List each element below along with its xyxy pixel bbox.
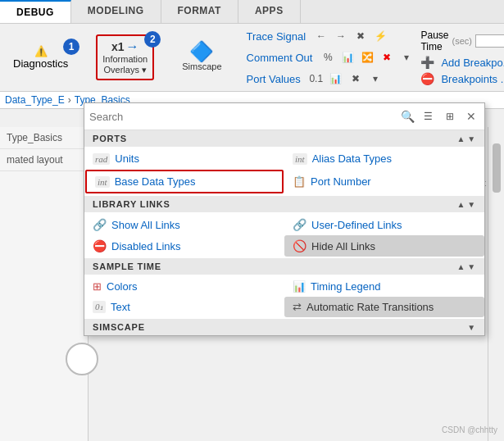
link-icon-disabled: ⛔ <box>93 239 107 252</box>
port-values-link[interactable]: Port Values <box>247 73 301 85</box>
simscape-group: 🔷 Simscape <box>174 37 229 77</box>
link-icon-1: 🔗 <box>93 218 107 231</box>
text-item[interactable]: 0₁ Text <box>84 297 284 317</box>
port-icon1[interactable]: 0.1 <box>307 70 325 88</box>
watermark: CSDN @chhtty <box>442 425 497 434</box>
ports-up-arrow[interactable]: ▲ <box>457 134 466 143</box>
units-item[interactable]: rad Units <box>84 148 284 169</box>
simscape-dropdown-label: SIMSCAPE <box>93 322 145 332</box>
left-sidebar: Type_Basics mated layout <box>0 127 89 441</box>
simscape-section-header: SIMSCAPE ▼ <box>84 319 484 335</box>
user-defined-links-label[interactable]: User-Defined Links <box>311 219 402 231</box>
comment-icon4[interactable]: ✖ <box>378 48 396 66</box>
timing-legend-item[interactable]: 📊 Timing Legend <box>284 276 484 297</box>
pause-time-label: Pause Time <box>420 30 448 52</box>
scrollbar[interactable] <box>488 127 504 441</box>
breadcrumb-item1[interactable]: Data_Type_E <box>5 94 65 106</box>
simscape-icon: 🔷 <box>189 42 214 61</box>
port-icon3[interactable]: ✖ <box>347 70 365 88</box>
comment-icons: % 📊 🔀 ✖ ▾ <box>319 48 415 66</box>
trace-signal-link[interactable]: Trace Signal <box>247 30 306 43</box>
close-button[interactable]: ✕ <box>463 108 479 125</box>
tab-bar: DEBUG MODELING FORMAT APPS <box>0 0 504 24</box>
trace-icon2[interactable]: ⚡ <box>371 27 389 45</box>
hide-all-links-item[interactable]: 🚫 Hide All Links <box>284 235 484 257</box>
show-all-links-label[interactable]: Show All Links <box>111 219 180 231</box>
breakpoints-icon: ⛔ <box>420 72 434 85</box>
port-dropdown[interactable]: ▾ <box>366 70 384 88</box>
colors-item[interactable]: ⊞ Colors <box>84 276 284 297</box>
comment-out-link[interactable]: Comment Out <box>247 52 313 64</box>
tab-format[interactable]: FORMAT <box>161 0 238 23</box>
disabled-links-label[interactable]: Disabled Links <box>111 240 181 252</box>
ports-section-header: PORTS ▲ ▼ <box>84 130 484 147</box>
comment-icon3[interactable]: 🔀 <box>358 48 376 66</box>
library-links-items: 🔗 Show All Links 🔗 User-Defined Links ⛔ … <box>84 212 484 258</box>
library-links-down-arrow[interactable]: ▼ <box>467 200 476 209</box>
automatic-rate-transitions-item[interactable]: ⇄ Automatic Rate Transitions <box>284 297 484 317</box>
base-data-types-item[interactable]: int Base Data Types <box>85 170 284 193</box>
colors-icon: ⊞ <box>93 280 102 293</box>
badge-2: 2 <box>144 31 161 48</box>
port-icon2[interactable]: 📊 <box>327 70 345 88</box>
list-view-btn[interactable]: ☰ <box>418 107 438 126</box>
show-all-links-item[interactable]: 🔗 Show All Links <box>84 214 284 235</box>
badge-1: 1 <box>63 39 79 55</box>
tab-debug[interactable]: DEBUG <box>0 0 71 23</box>
grid-view-btn[interactable]: ⊞ <box>440 107 460 126</box>
sample-time-label: SAMPLE TIME <box>93 261 161 271</box>
automatic-rate-transitions-label[interactable]: Automatic Rate Transitions <box>306 301 434 313</box>
comment-icon2[interactable]: 📊 <box>338 48 356 66</box>
add-breakpoint-icon: ➕ <box>420 56 434 69</box>
hide-all-links-label[interactable]: Hide All Links <box>311 240 375 252</box>
trace-icon1[interactable]: ✖ <box>352 27 370 45</box>
auto-rate-icon: ⇄ <box>293 301 302 313</box>
trace-icons: ← → ✖ ⚡ <box>312 27 389 45</box>
scroll-thumb <box>493 143 501 193</box>
pause-time-unit: (sec) <box>452 36 471 46</box>
disabled-links-item[interactable]: ⛔ Disabled Links <box>84 235 284 257</box>
simscape-down-arrow[interactable]: ▼ <box>467 323 476 332</box>
units-label[interactable]: Units <box>115 152 139 165</box>
library-links-up-arrow[interactable]: ▲ <box>457 200 466 209</box>
colors-label[interactable]: Colors <box>107 280 138 293</box>
comment-dropdown[interactable]: ▾ <box>397 48 415 66</box>
diagnostics-icon: ⚠️ <box>34 45 48 57</box>
port-number-label[interactable]: Port Number <box>311 175 371 188</box>
timing-legend-label[interactable]: Timing Legend <box>311 280 381 293</box>
pause-time-input[interactable] <box>475 34 504 48</box>
sidebar-mated-layout[interactable]: mated layout <box>0 149 88 171</box>
search-bar: 🔍 ☰ ⊞ ✕ <box>84 103 484 130</box>
breakpoints-link[interactable]: Breakpoints ... <box>441 73 504 85</box>
tab-apps[interactable]: APPS <box>238 0 301 23</box>
sidebar-type-basics[interactable]: Type_Basics <box>0 127 88 149</box>
timing-legend-icon: 📊 <box>293 280 306 293</box>
forward-icon[interactable]: → <box>332 27 350 45</box>
add-breakpoint-row: ➕ Add Breakpo... <box>420 56 504 69</box>
ports-items: rad Units int Alias Data Types int Base … <box>84 147 484 196</box>
sample-time-up-arrow[interactable]: ▲ <box>457 262 466 271</box>
library-links-section-header: LIBRARY LINKS ▲ ▼ <box>84 196 484 212</box>
ribbon: ⚠️ Diagnostics 1 x1 → InformationOverlay… <box>0 24 504 92</box>
information-overlays-label: InformationOverlays ▾ <box>102 54 148 75</box>
tab-modeling[interactable]: MODELING <box>71 0 161 23</box>
sample-time-arrows: ▲ ▼ <box>457 262 476 271</box>
user-defined-links-item[interactable]: 🔗 User-Defined Links <box>284 214 484 235</box>
sample-time-down-arrow[interactable]: ▼ <box>467 262 476 271</box>
sample-time-section-header: SAMPLE TIME ▲ ▼ <box>84 258 484 275</box>
simscape-label: Simscape <box>182 61 221 72</box>
simscape-button[interactable]: 🔷 Simscape <box>177 39 226 75</box>
alias-data-types-label[interactable]: Alias Data Types <box>312 152 392 165</box>
ports-down-arrow[interactable]: ▼ <box>467 134 476 143</box>
comment-out-row: Comment Out % 📊 🔀 ✖ ▾ <box>247 48 416 66</box>
base-data-types-label[interactable]: Base Data Types <box>115 175 196 188</box>
base-int-icon: int <box>95 176 110 188</box>
back-icon[interactable]: ← <box>312 27 330 45</box>
diagnostics-label: Diagnostics <box>13 57 68 70</box>
add-breakpoint-link[interactable]: Add Breakpo... <box>441 57 504 69</box>
search-input[interactable] <box>89 111 397 123</box>
percent-icon[interactable]: % <box>319 48 337 66</box>
text-label[interactable]: Text <box>111 301 130 313</box>
port-number-item[interactable]: 📋 Port Number <box>284 169 484 194</box>
alias-data-types-item[interactable]: int Alias Data Types <box>284 148 484 169</box>
